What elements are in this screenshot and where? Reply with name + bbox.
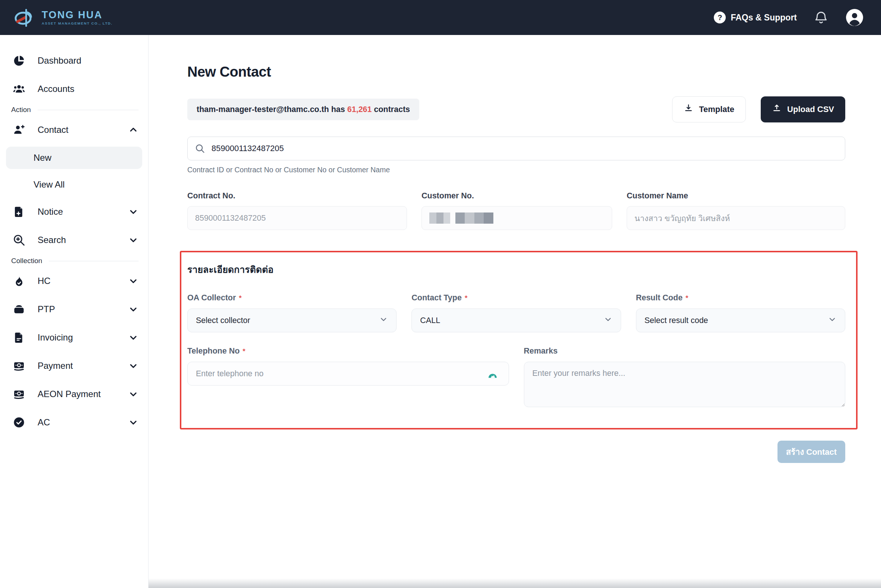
upload-csv-button[interactable]: Upload CSV	[761, 96, 845, 123]
sidebar-label: Search	[38, 235, 66, 245]
sidebar-item-accounts[interactable]: Accounts	[0, 77, 148, 100]
telephone-input[interactable]	[187, 362, 509, 386]
contract-no-label: Contract No.	[187, 191, 407, 201]
sidebar-item-aeon-payment[interactable]: AEON Payment	[0, 382, 148, 406]
app-header: TONG HUA ASSET MANAGEMENT CO., LTD. ? FA…	[0, 0, 881, 35]
page-title: New Contact	[187, 64, 845, 80]
faqs-support-link[interactable]: ? FAQs & Support	[714, 12, 797, 24]
sidebar-label: Accounts	[38, 84, 74, 94]
chevron-down-icon	[604, 315, 612, 326]
sidebar-item-ptp[interactable]: PTP	[0, 298, 148, 321]
chevron-down-icon	[379, 315, 388, 326]
file-plus-icon	[12, 205, 26, 219]
chevron-down-icon	[128, 235, 138, 245]
invoice-file-icon	[12, 331, 26, 345]
required-asterisk: *	[465, 294, 467, 302]
chevron-down-icon	[128, 276, 138, 286]
download-icon	[684, 104, 693, 116]
chevron-down-icon	[828, 315, 837, 326]
pie-chart-icon	[12, 54, 26, 68]
contact-type-label: Contact Type*	[412, 293, 621, 303]
sidebar-item-search[interactable]: Search	[0, 228, 148, 252]
sidebar-label: HC	[38, 276, 51, 286]
customer-no-label: Customer No.	[421, 191, 612, 201]
contact-detail-title: รายละเอียดการติดต่อ	[187, 262, 845, 277]
brand-subtitle: ASSET MANAGEMENT CO., LTD.	[42, 22, 113, 25]
contracts-info-banner: tham-manager-tester@thamc.co.th has 61,2…	[187, 99, 419, 120]
divider	[38, 110, 138, 110]
oa-collector-select[interactable]: Select collector	[187, 309, 397, 332]
sidebar-label: AEON Payment	[38, 389, 101, 399]
sidebar-label: Invoicing	[38, 332, 73, 343]
contact-detail-section: รายละเอียดการติดต่อ OA Collector* Select…	[180, 251, 857, 429]
redacted-value	[429, 213, 493, 224]
telephone-label: Telephone No*	[187, 346, 509, 356]
search-plus-icon	[12, 233, 26, 247]
brand-title: TONG HUA	[42, 10, 113, 20]
result-code-select[interactable]: Select result code	[636, 309, 845, 332]
brand-logo[interactable]: TONG HUA ASSET MANAGEMENT CO., LTD.	[13, 6, 113, 29]
chevron-up-icon	[128, 124, 138, 135]
sidebar-label: Contact	[38, 124, 69, 135]
contact-type-select[interactable]: CALL	[412, 309, 621, 332]
customer-name-label: Customer Name	[627, 191, 845, 201]
sidebar-label: Notice	[38, 207, 63, 217]
remarks-textarea[interactable]	[524, 362, 846, 407]
sidebar-item-contact[interactable]: Contact	[0, 118, 148, 141]
sidebar-item-dashboard[interactable]: Dashboard	[0, 49, 148, 72]
sidebar-section-collection: Collection	[11, 257, 138, 265]
user-plus-icon	[12, 123, 26, 137]
remarks-label: Remarks	[524, 346, 846, 356]
chevron-down-icon	[128, 207, 138, 217]
upload-icon	[772, 104, 782, 116]
sidebar-item-contact-view-all[interactable]: View All	[6, 173, 142, 196]
sidebar: Dashboard Accounts Action Contact	[0, 35, 149, 588]
chevron-down-icon	[128, 389, 138, 399]
customer-name-field	[627, 206, 845, 230]
banknote-icon	[12, 387, 26, 401]
user-avatar[interactable]	[845, 8, 864, 27]
customer-no-field	[421, 206, 612, 230]
notifications-bell-icon[interactable]	[813, 10, 829, 25]
sidebar-item-notice[interactable]: Notice	[0, 200, 148, 223]
faqs-support-label: FAQs & Support	[731, 13, 797, 23]
user-email: tham-manager-tester@thamc.co.th	[197, 105, 329, 114]
required-asterisk: *	[686, 294, 688, 302]
contract-search-input[interactable]	[187, 136, 845, 160]
sidebar-item-ac[interactable]: AC	[0, 411, 148, 434]
users-icon	[12, 82, 26, 96]
wallet-icon	[12, 303, 26, 316]
sidebar-label: Payment	[38, 361, 73, 371]
sidebar-item-contact-new[interactable]: New	[6, 147, 142, 169]
required-asterisk: *	[243, 347, 245, 355]
chevron-down-icon	[128, 304, 138, 315]
sidebar-label: New	[33, 153, 51, 163]
flame-icon	[12, 274, 26, 288]
main-content: New Contact tham-manager-tester@thamc.co…	[149, 35, 881, 588]
help-icon: ?	[714, 12, 726, 24]
sidebar-item-invoicing[interactable]: Invoicing	[0, 326, 148, 349]
autofill-extension-icon[interactable]	[487, 368, 499, 381]
check-circle-icon	[12, 416, 26, 429]
sidebar-label: AC	[38, 417, 50, 428]
chevron-down-icon	[128, 332, 138, 343]
sidebar-item-payment[interactable]: Payment	[0, 354, 148, 377]
sidebar-section-action: Action	[11, 106, 138, 114]
search-icon	[195, 143, 205, 155]
contract-no-field	[187, 206, 407, 230]
sidebar-label: View All	[33, 179, 65, 190]
required-asterisk: *	[239, 294, 242, 302]
create-contact-button[interactable]: สร้าง Contact	[777, 441, 845, 463]
result-code-label: Result Code*	[636, 293, 845, 303]
oa-collector-label: OA Collector*	[187, 293, 397, 303]
tonghua-globe-icon	[13, 6, 36, 29]
search-helper-text: Contract ID or Contract No or Customer N…	[187, 166, 845, 174]
template-button[interactable]: Template	[672, 96, 746, 123]
banknote-icon	[12, 359, 26, 373]
chevron-down-icon	[128, 361, 138, 371]
sidebar-label: Dashboard	[38, 56, 81, 66]
contract-search	[187, 136, 845, 160]
divider	[49, 261, 138, 261]
sidebar-item-hc[interactable]: HC	[0, 270, 148, 292]
sidebar-label: PTP	[38, 304, 55, 315]
